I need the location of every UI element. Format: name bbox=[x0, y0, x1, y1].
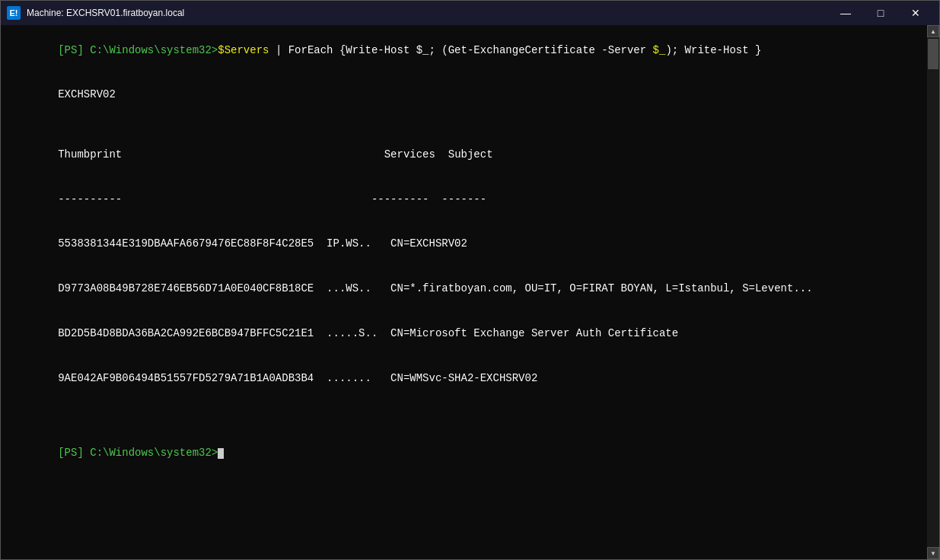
cert-row-2: D9773A08B49B728E746EB56D71A0E040CF8B18CE… bbox=[7, 267, 921, 312]
table-header: Thumbprint Services Subject bbox=[7, 132, 921, 177]
app-icon: E! bbox=[7, 6, 21, 20]
scrollbar[interactable]: ▲ ▼ bbox=[927, 25, 939, 559]
empty-line-1 bbox=[7, 118, 921, 133]
terminal-output[interactable]: [PS] C:\Windows\system32>$Servers | ForE… bbox=[1, 25, 927, 559]
cert-row-1: 5538381344E319DBAAFA6679476EC88F8F4C28E5… bbox=[7, 222, 921, 267]
empty-line-3 bbox=[7, 415, 921, 431]
command-end: ); Write-Host } bbox=[665, 44, 761, 56]
empty-line-2 bbox=[7, 401, 921, 416]
powershell-window: E! Machine: EXCHSRV01.firatboyan.local —… bbox=[0, 0, 940, 560]
command-rest: | ForEach {Write-Host $_; (Get-ExchangeC… bbox=[269, 44, 652, 56]
close-button[interactable]: ✕ bbox=[898, 1, 933, 25]
scroll-up-button[interactable]: ▲ bbox=[927, 25, 939, 37]
minimize-button[interactable]: — bbox=[828, 1, 863, 25]
title-bar: E! Machine: EXCHSRV01.firatboyan.local —… bbox=[1, 1, 939, 25]
command-text: $Servers bbox=[218, 44, 269, 56]
command-var: $_ bbox=[653, 44, 666, 56]
cursor bbox=[218, 448, 224, 459]
prompt-prefix: [PS] C:\Windows\system32> bbox=[58, 44, 218, 56]
cert-row-3: BD2D5B4D8BDA36BA2CA992E6BCB947BFFC5C21E1… bbox=[7, 311, 921, 356]
window-controls: — □ ✕ bbox=[828, 1, 933, 25]
final-prompt-line: [PS] C:\Windows\system32> bbox=[7, 431, 921, 476]
maximize-button[interactable]: □ bbox=[863, 1, 898, 25]
scroll-down-button[interactable]: ▼ bbox=[927, 547, 939, 559]
scrollbar-track[interactable] bbox=[927, 37, 939, 547]
terminal-container: [PS] C:\Windows\system32>$Servers | ForE… bbox=[1, 25, 939, 559]
window-title: Machine: EXCHSRV01.firatboyan.local bbox=[27, 8, 828, 18]
server-name-line: EXCHSRV02 bbox=[7, 73, 921, 118]
command-line: [PS] C:\Windows\system32>$Servers | ForE… bbox=[7, 28, 921, 73]
final-prompt: [PS] C:\Windows\system32> bbox=[58, 447, 218, 459]
table-separator: ---------- --------- ------- bbox=[7, 177, 921, 222]
cert-row-4: 9AE042AF9B06494B51557FD5279A71B1A0ADB3B4… bbox=[7, 356, 921, 401]
scrollbar-thumb[interactable] bbox=[928, 39, 938, 69]
